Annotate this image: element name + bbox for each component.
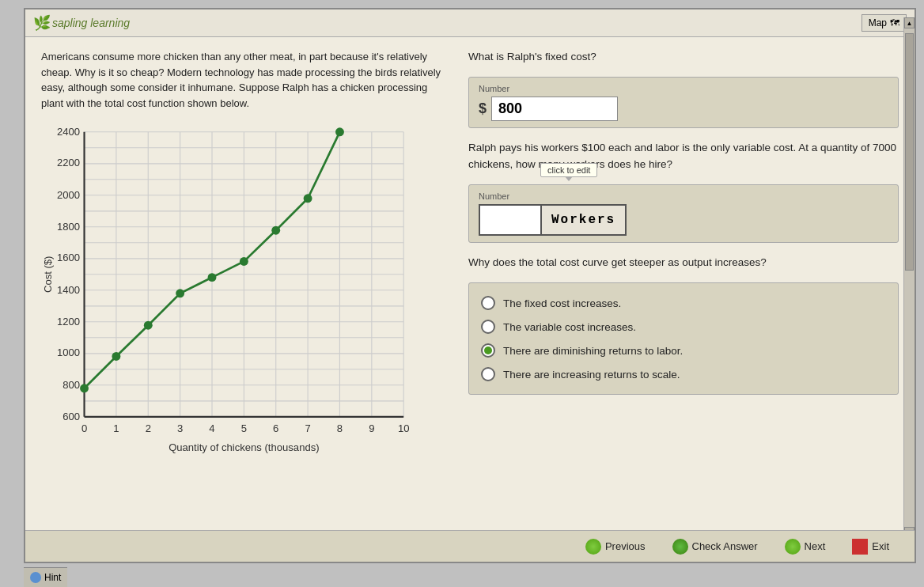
svg-text:1600: 1600	[57, 252, 80, 263]
svg-text:5: 5	[241, 422, 247, 434]
previous-button[interactable]: Previous	[576, 535, 655, 559]
bottom-bar: Previous Check Answer Next Exit	[25, 530, 915, 562]
svg-text:4: 4	[209, 422, 214, 434]
question2-text: Ralph pays his workers $100 each and lab…	[468, 140, 899, 172]
workers-input-row: Workers	[479, 204, 888, 236]
radio-label-0: The fixed cost increases.	[503, 297, 621, 309]
svg-point-58	[176, 289, 184, 297]
question2-label: Number	[479, 191, 888, 201]
radio-option-3[interactable]: There are increasing returns to scale.	[481, 362, 886, 386]
workers-label: Workers	[542, 204, 627, 236]
check-icon	[672, 539, 688, 555]
svg-text:7: 7	[305, 422, 310, 434]
exit-button[interactable]: Exit	[843, 535, 899, 559]
scrollbar[interactable]: ▲ ▼	[903, 17, 915, 538]
svg-text:2400: 2400	[57, 126, 80, 138]
main-container: 🌿 sapling learning Map 🗺 ▲ ▼ Americans c…	[24, 8, 916, 563]
svg-point-59	[208, 273, 217, 282]
header-bar: 🌿 sapling learning Map 🗺	[25, 9, 915, 37]
svg-text:3: 3	[177, 422, 183, 434]
tooltip-text: click to edit	[547, 165, 590, 175]
next-button[interactable]: Next	[775, 535, 835, 559]
svg-point-55	[80, 384, 89, 392]
radio-circle-2[interactable]	[481, 343, 495, 358]
check-answer-button[interactable]: Check Answer	[663, 535, 767, 559]
svg-text:2000: 2000	[57, 189, 80, 201]
intro-text: Americans consume more chicken than any …	[41, 49, 453, 111]
hint-label: Hint	[44, 572, 61, 583]
svg-text:2200: 2200	[57, 157, 80, 169]
radio-label-3: There are increasing returns to scale.	[503, 369, 680, 381]
question1-text: What is Ralph's fixed cost?	[468, 49, 899, 65]
scroll-up-arrow[interactable]: ▲	[904, 17, 915, 28]
logo-area: 🌿 sapling learning	[33, 14, 130, 32]
chart-svg: 600 800 1000 1200 1400 1600 1800 2000 22…	[41, 123, 421, 487]
question1-answer-box: Number $	[468, 77, 899, 128]
svg-text:10: 10	[398, 422, 410, 434]
svg-text:8: 8	[337, 422, 343, 434]
previous-label: Previous	[605, 540, 646, 552]
svg-text:1: 1	[113, 422, 119, 434]
click-to-edit-tooltip: click to edit	[540, 163, 597, 177]
chart-container: 600 800 1000 1200 1400 1600 1800 2000 22…	[41, 123, 421, 487]
svg-text:9: 9	[369, 422, 374, 434]
svg-point-57	[144, 321, 153, 330]
logo-text: sapling learning	[52, 17, 130, 29]
svg-text:0: 0	[81, 422, 87, 434]
hint-circle-icon	[30, 572, 41, 583]
question2-workers-box: Number click to edit Workers	[468, 184, 899, 243]
svg-point-62	[304, 194, 312, 203]
svg-text:600: 600	[62, 411, 80, 422]
left-panel: Americans consume more chicken than any …	[41, 49, 453, 506]
content-area: Americans consume more chicken than any …	[25, 37, 915, 518]
svg-text:Quantity of chickens (thousand: Quantity of chickens (thousands)	[169, 441, 319, 453]
next-icon	[785, 539, 801, 555]
svg-text:800: 800	[62, 379, 80, 391]
radio-option-0[interactable]: The fixed cost increases.	[481, 291, 886, 315]
map-button[interactable]: Map 🗺	[862, 14, 907, 32]
map-icon: 🗺	[890, 17, 899, 28]
radio-option-1[interactable]: The variable cost increases.	[481, 315, 886, 339]
workers-input[interactable]	[479, 204, 542, 236]
map-button-label: Map	[869, 17, 887, 28]
radio-circle-0[interactable]	[481, 296, 495, 310]
radio-label-2: There are diminishing returns to labor.	[503, 345, 683, 357]
svg-text:1800: 1800	[57, 221, 80, 233]
svg-text:1000: 1000	[57, 347, 80, 358]
radio-circle-3[interactable]	[481, 367, 495, 381]
question3-radio-box: The fixed cost increases. The variable c…	[468, 282, 899, 395]
svg-text:1400: 1400	[57, 284, 80, 296]
radio-label-1: The variable cost increases.	[503, 321, 636, 333]
right-panel: What is Ralph's fixed cost? Number $ Ral…	[468, 49, 899, 506]
previous-icon	[585, 539, 601, 555]
svg-point-61	[271, 226, 280, 235]
exit-icon	[852, 539, 868, 555]
scrollbar-thumb[interactable]	[905, 33, 914, 271]
question1-input-row: $	[479, 97, 888, 121]
radio-option-2[interactable]: There are diminishing returns to labor.	[481, 339, 886, 362]
svg-point-63	[335, 127, 344, 136]
radio-circle-1[interactable]	[481, 320, 495, 334]
dollar-sign: $	[479, 100, 487, 117]
question1-input[interactable]	[491, 97, 618, 121]
hint-bar[interactable]: Hint	[24, 567, 67, 587]
logo-leaf-icon: 🌿	[33, 14, 51, 32]
svg-text:Cost ($): Cost ($)	[42, 256, 54, 294]
next-label: Next	[805, 540, 826, 552]
question3-text: Why does the total cost curve get steepe…	[468, 255, 899, 271]
exit-label: Exit	[872, 540, 889, 552]
question1-label: Number	[479, 84, 888, 93]
svg-text:2: 2	[146, 422, 151, 434]
svg-text:6: 6	[273, 422, 278, 434]
check-label: Check Answer	[692, 540, 758, 552]
svg-point-60	[240, 257, 248, 266]
svg-point-56	[112, 352, 120, 361]
svg-text:1200: 1200	[57, 316, 80, 328]
